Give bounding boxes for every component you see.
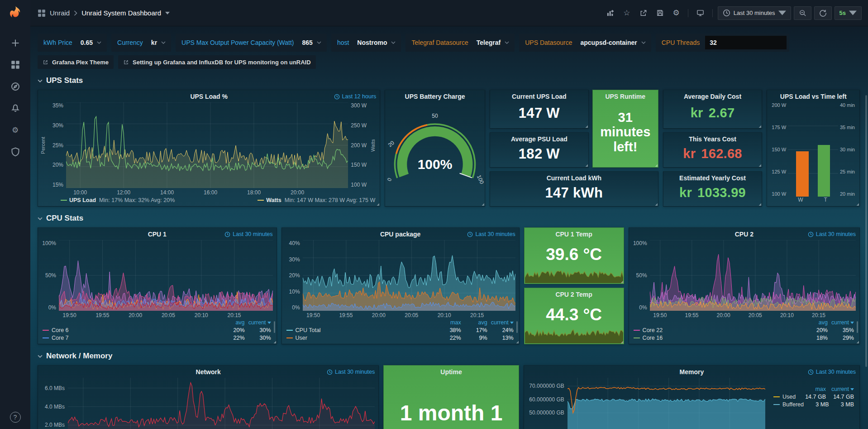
y-axis-left: 100%50%0% [631,240,650,311]
variable-input[interactable]: 32 [705,36,787,49]
time-range-picker[interactable]: Last 30 minutes [718,6,791,20]
grafana-logo[interactable] [6,5,24,23]
time-range-badge[interactable]: Last 30 minutes [808,231,856,237]
panel-title[interactable]: Estimated Yearly Cost [663,172,762,183]
chart-plot[interactable] [66,102,348,188]
legend-column-header[interactable]: current [828,319,854,326]
legend-series-name[interactable]: Used [773,394,798,400]
panel-cpu-1-temp: CPU 1 Temp 39.6 °C [524,227,624,284]
create-button[interactable] [5,34,25,52]
time-range-badge[interactable]: Last 30 minutes [224,231,272,237]
legend-row: Buffered3 MB3 MB [773,401,854,408]
legend-column-header[interactable]: avg [219,319,245,326]
legend-column-header[interactable]: max [798,386,826,392]
panel-title[interactable]: Average Daily Cost [663,90,762,101]
user-avatar[interactable] [9,391,22,405]
legend-series-name[interactable]: Core 7 [43,335,219,341]
help-button[interactable]: ? [10,412,21,423]
panel-title[interactable]: UPS Runtime [593,90,658,101]
section-cpu-stats[interactable]: CPU Stats [38,214,83,223]
legend-item[interactable]: WattsMin: 147 W Max: 278 W Avg: 175 W [258,197,375,203]
legend-item[interactable]: UPS LoadMin: 17% Max: 32% Avg: 20% [61,197,175,203]
panel-title[interactable]: Current Load kWh [490,172,658,183]
variable-cpu-threads: CPU Threads32 [656,34,790,52]
panel-title[interactable]: UPS Battery Charge [385,90,485,101]
variable-value[interactable]: kr [148,39,168,46]
panel-this-years-cost: This Years Cost kr162.68 [663,132,763,168]
add-panel-button[interactable] [603,6,617,20]
panel-title[interactable]: Average PSU Load [490,133,588,144]
alerting-button[interactable] [5,100,25,117]
legend-series-name[interactable]: Core 22 [634,327,801,333]
panel-title[interactable]: Current UPS Load [490,90,588,101]
legend-header-row: maxavgcurrent [286,319,514,326]
breadcrumb-folder[interactable]: Unraid [50,9,70,17]
zoom-out-button[interactable] [794,6,811,20]
server-admin-button[interactable] [5,143,25,160]
settings-button[interactable]: ⚙ [670,6,683,20]
axis-tick-label: 0% [632,304,647,311]
legend-series-name[interactable]: Buffered [773,401,804,408]
variable-value[interactable]: 865 [300,39,324,46]
variable-value[interactable]: 0.65 [78,39,104,46]
axis-tick-label: 20:05 [405,312,418,318]
panel-title[interactable]: UPS Load vs Time left [767,90,859,101]
axis-tick-label: 25% [47,142,63,149]
external-link-icon [43,59,48,65]
chart-plot[interactable] [59,240,273,311]
share-button[interactable] [636,6,650,20]
variable-label: Telegraf Datasource [411,39,468,46]
panel-title[interactable]: Uptime [384,366,518,377]
tv-kiosk-button[interactable] [693,6,707,20]
breadcrumb-dashboard-title[interactable]: Unraid System Dashboard [81,9,161,17]
time-range-badge[interactable]: Last 30 minutes [808,369,856,375]
axis-tick-label: 300 W [351,102,369,109]
chevron-down-icon [778,9,786,17]
chart-plot[interactable] [650,240,856,311]
bar-chart[interactable] [788,102,838,197]
legend-series-name[interactable]: CPU Total [286,327,435,333]
axis-tick-label: 19:55 [339,312,353,318]
panel-title[interactable]: UPS Load % [38,90,380,101]
panel-title[interactable]: This Years Cost [663,133,762,144]
legend-column-header[interactable]: avg [801,319,828,326]
section-network-memory[interactable]: Network / Memory [38,352,112,361]
legend-column-header[interactable]: avg [461,319,487,326]
variable-value[interactable]: Nostromo [354,39,398,46]
dashboard-link[interactable]: Grafana Plex Theme [38,55,114,69]
legend-header-row: avgcurrent [43,319,271,326]
save-icon [656,9,664,17]
legend-column-header[interactable]: current [245,319,271,326]
legend-column-header[interactable]: current [826,386,854,392]
dashboard-link[interactable]: Setting up Grafana and InfluxDB for UPS … [118,55,316,69]
chart-plot[interactable] [303,240,515,311]
section-ups-stats[interactable]: UPS Stats [38,76,83,85]
time-range-badge[interactable]: Last 30 minutes [467,231,515,237]
legend-column-header[interactable]: max [435,319,461,326]
legend-series-name[interactable]: User [286,335,435,341]
time-range-badge[interactable]: Last 12 hours [334,93,377,100]
dashboard-title-caret-icon[interactable] [165,12,170,14]
refresh-interval-picker[interactable]: 5s [835,6,862,20]
time-range-badge[interactable]: Last 30 minutes [327,369,375,375]
save-button[interactable] [653,6,667,20]
legend-column-header[interactable]: current [487,319,514,326]
explore-button[interactable] [5,78,25,95]
variable-value[interactable]: Telegraf [474,39,512,46]
star-button[interactable]: ☆ [620,6,633,20]
dashboards-button[interactable] [5,56,25,73]
legend-series-name[interactable]: Core 16 [634,335,801,341]
variable-value[interactable]: apcupsd-container [578,39,649,46]
legend-value: 22% [435,335,461,341]
legend-series-name[interactable]: Core 6 [43,327,219,333]
axis-tick-label: 150 W [351,162,369,168]
panel-title[interactable]: CPU 2 Temp [525,288,624,299]
scrollbar[interactable] [865,95,867,367]
chart-plot[interactable] [568,378,765,429]
legend-swatch [773,404,780,405]
refresh-button[interactable] [814,6,832,20]
chart-plot[interactable] [68,378,375,429]
panel-title[interactable]: CPU 1 Temp [525,228,624,239]
axis-tick-label: 20:15 [470,312,484,318]
configuration-button[interactable]: ⚙ [5,121,25,139]
